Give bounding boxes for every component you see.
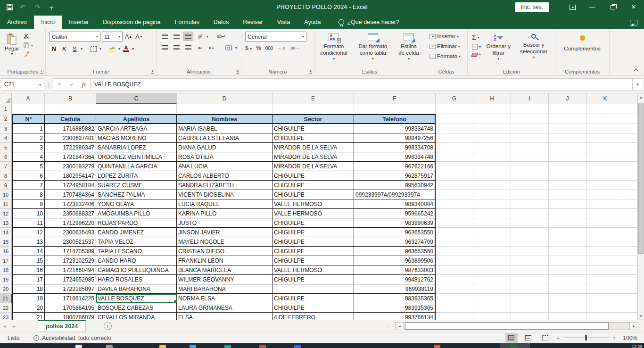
cell-J19[interactable] xyxy=(549,275,586,284)
cell-J9[interactable] xyxy=(549,181,586,190)
taskbar-app-icon[interactable] xyxy=(75,345,82,348)
cell-I20[interactable] xyxy=(511,284,549,294)
row-header-1[interactable]: 1 xyxy=(0,104,12,114)
row-header-5[interactable]: 5 xyxy=(0,143,12,152)
cell-A5[interactable]: 3 xyxy=(12,143,45,152)
font-dialog-launcher[interactable] xyxy=(151,70,154,74)
row-header-10[interactable]: 10 xyxy=(0,190,12,199)
cell-B12[interactable]: 2350688327 xyxy=(45,209,96,218)
cell-K5[interactable] xyxy=(586,143,624,152)
cell-E7[interactable]: MIRADOR DE LA SELVA xyxy=(272,162,354,171)
zoom-slider-thumb[interactable] xyxy=(585,335,587,340)
cell-B11[interactable]: 1723832406 xyxy=(45,199,96,209)
cell-C4[interactable]: MACIAS MORENO xyxy=(96,133,177,143)
cell-F6[interactable]: 998334748 xyxy=(354,152,436,162)
number-format-combo[interactable]: General▾ xyxy=(245,32,306,41)
cell-G3[interactable] xyxy=(436,124,473,133)
cell-F9[interactable]: 995630942 xyxy=(354,181,436,190)
cell-H3[interactable] xyxy=(473,124,511,133)
cell-L13[interactable] xyxy=(624,218,637,228)
column-header-H[interactable]: H xyxy=(473,93,511,104)
cell-E16[interactable]: CHIGUILPE xyxy=(272,247,354,256)
cell-H23[interactable] xyxy=(473,313,511,320)
cell-C1[interactable] xyxy=(96,104,177,114)
cell-E9[interactable]: CHIGUILPE xyxy=(272,181,354,190)
font-size-combo[interactable]: 11▾ xyxy=(102,32,123,41)
cell-J22[interactable] xyxy=(549,303,586,313)
taskbar-app-icon[interactable] xyxy=(259,345,266,348)
comments-icon[interactable] xyxy=(630,20,637,25)
cell-A22[interactable]: 20 xyxy=(12,303,45,313)
cell-D23[interactable]: ELSA xyxy=(177,313,272,320)
cell-G17[interactable] xyxy=(436,256,473,265)
row-header-17[interactable]: 17 xyxy=(0,256,12,265)
row-header-13[interactable]: 13 xyxy=(0,218,12,228)
cell-H21[interactable] xyxy=(473,294,511,303)
cell-D17[interactable]: FRANKLIN LEON xyxy=(177,256,272,265)
cell-J23[interactable] xyxy=(549,313,586,320)
cell-D2[interactable]: Nombres xyxy=(177,114,272,124)
cell-I12[interactable] xyxy=(511,209,549,218)
row-header-11[interactable]: 11 xyxy=(0,199,12,209)
expand-formula-bar-icon[interactable]: ▾ xyxy=(633,78,643,91)
decrease-indent-icon[interactable]: ◂≡ xyxy=(195,43,205,52)
scroll-down-icon[interactable]: ▼ xyxy=(638,312,644,320)
close-button[interactable]: × xyxy=(623,0,644,14)
cell-A9[interactable]: 7 xyxy=(12,181,45,190)
borders-icon[interactable] xyxy=(89,44,98,53)
cell-C3[interactable]: GARCIA ARTEAGA xyxy=(96,124,177,133)
taskbar-app-icon[interactable] xyxy=(190,345,196,348)
cell-B23[interactable]: 1800786079 xyxy=(45,313,96,320)
cell-L16[interactable] xyxy=(624,247,637,256)
row-header-12[interactable]: 12 xyxy=(0,209,12,218)
cell-C7[interactable]: QUINTANILLA GARCIA xyxy=(96,162,177,171)
cell-L3[interactable] xyxy=(624,124,637,133)
row-header-9[interactable]: 9 xyxy=(0,181,12,190)
cell-C15[interactable]: TAPIA VELOZ xyxy=(96,237,177,247)
cell-B14[interactable]: 2300635493 xyxy=(45,228,96,237)
cell-J8[interactable] xyxy=(549,171,586,181)
cell-B2[interactable]: Cedula xyxy=(45,114,96,124)
cell-B5[interactable]: 1722980347 xyxy=(45,143,96,152)
cell-C12[interactable]: AMOGUIMBA PILLO xyxy=(96,209,177,218)
cell-E21[interactable]: CHIGUILPE xyxy=(272,294,354,303)
cell-E13[interactable]: CHIGUILPE xyxy=(272,218,354,228)
cell-E11[interactable]: VALLE HERMOSO xyxy=(272,199,354,209)
cell-J21[interactable] xyxy=(549,294,586,303)
prev-sheet-icon[interactable]: ◂ xyxy=(0,323,9,329)
cell-J11[interactable] xyxy=(549,199,586,209)
cell-G11[interactable] xyxy=(436,199,473,209)
cell-E12[interactable]: VALLE HERMOSO xyxy=(272,209,354,218)
cell-E5[interactable]: MIRADOR DE LA SELVA xyxy=(272,143,354,152)
cell-K10[interactable] xyxy=(586,190,624,199)
cell-H20[interactable] xyxy=(473,284,511,294)
cell-K17[interactable] xyxy=(586,256,624,265)
vertical-scroll-thumb[interactable] xyxy=(638,103,644,254)
cell-G9[interactable] xyxy=(436,181,473,190)
cell-F8[interactable]: 962875917 xyxy=(354,171,436,181)
cell-H16[interactable] xyxy=(473,247,511,256)
cell-H14[interactable] xyxy=(473,228,511,237)
cell-H6[interactable] xyxy=(473,152,511,162)
cell-F7[interactable]: 967622166 xyxy=(354,162,436,171)
row-header-4[interactable]: 4 xyxy=(0,133,12,143)
cell-K18[interactable] xyxy=(586,265,624,275)
cell-L11[interactable] xyxy=(624,199,637,209)
paste-button[interactable]: Pegar▾ xyxy=(2,32,22,58)
row-header-15[interactable]: 15 xyxy=(0,237,12,247)
cell-J17[interactable] xyxy=(549,256,586,265)
cell-L7[interactable] xyxy=(624,162,637,171)
zoom-level[interactable]: 100% xyxy=(619,335,637,341)
align-middle-icon[interactable] xyxy=(171,32,182,41)
cell-A10[interactable]: 8 xyxy=(12,190,45,199)
cell-K1[interactable] xyxy=(586,104,624,114)
cell-F17[interactable]: 963899506 xyxy=(354,256,436,265)
sort-filter-button[interactable]: AZ Ordenar y filtrar▾ xyxy=(483,32,513,63)
cell-L2[interactable] xyxy=(624,114,637,124)
cell-H17[interactable] xyxy=(473,256,511,265)
cell-F15[interactable]: 963274709 xyxy=(354,237,436,247)
cell-G12[interactable] xyxy=(436,209,473,218)
cell-L22[interactable] xyxy=(624,303,637,313)
align-center-icon[interactable] xyxy=(171,43,182,52)
cell-L21[interactable] xyxy=(624,294,637,303)
